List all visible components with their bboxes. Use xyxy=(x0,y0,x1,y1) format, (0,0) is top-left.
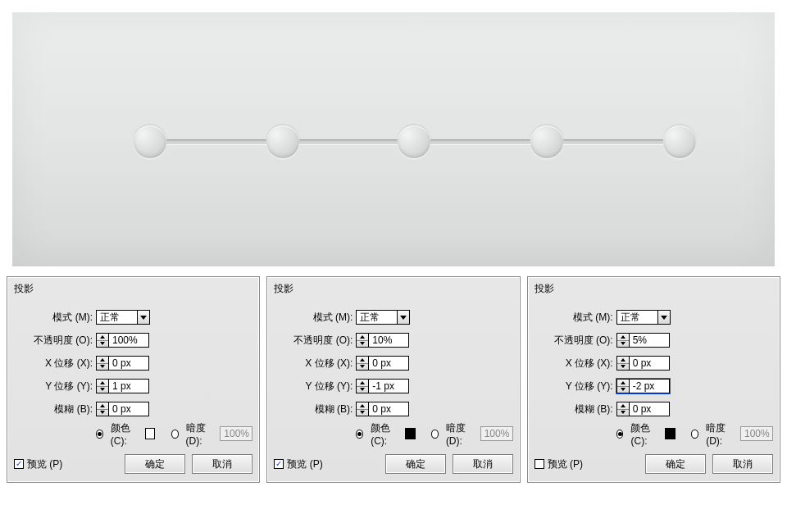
opacity-input[interactable]: 5% xyxy=(616,333,670,348)
chevron-up-icon xyxy=(621,381,626,384)
mode-select[interactable]: 正常 xyxy=(356,310,410,325)
drop-shadow-dialog: 投影 模式 (M): 正常 不透明度 (O): 100% xyxy=(7,276,260,483)
xoffset-stepper[interactable] xyxy=(357,357,369,370)
color-radio[interactable] xyxy=(96,430,103,439)
chevron-up-icon xyxy=(100,404,105,407)
xoffset-step-down[interactable] xyxy=(97,364,108,371)
yoffset-step-up[interactable] xyxy=(617,380,629,387)
xoffset-label: X 位移 (X): xyxy=(289,357,356,371)
mode-value: 正常 xyxy=(100,311,120,325)
blur-step-down[interactable] xyxy=(617,410,629,416)
blur-step-down[interactable] xyxy=(97,410,108,416)
blur-label: 模糊 (B): xyxy=(289,402,356,416)
blur-input[interactable]: 0 px xyxy=(96,402,149,416)
mode-select[interactable]: 正常 xyxy=(96,310,150,325)
shade-radio[interactable] xyxy=(431,430,439,439)
blur-step-up[interactable] xyxy=(357,402,368,410)
color-radio[interactable] xyxy=(616,430,624,439)
yoffset-stepper[interactable] xyxy=(357,380,369,393)
xoffset-input[interactable]: 0 px xyxy=(96,356,149,371)
yoffset-value: -2 px xyxy=(630,380,669,393)
color-swatch[interactable] xyxy=(405,428,416,439)
blur-stepper[interactable] xyxy=(617,402,630,416)
xoffset-step-down[interactable] xyxy=(617,364,629,371)
blur-input[interactable]: 0 px xyxy=(616,402,670,416)
yoffset-step-up[interactable] xyxy=(357,380,368,387)
xoffset-input[interactable]: 0 px xyxy=(616,356,670,371)
opacity-step-up[interactable] xyxy=(617,334,629,341)
mode-select-button[interactable] xyxy=(137,311,149,324)
ok-button[interactable]: 确定 xyxy=(385,454,446,474)
opacity-stepper[interactable] xyxy=(357,334,369,347)
yoffset-step-down[interactable] xyxy=(617,387,629,393)
color-swatch[interactable] xyxy=(665,428,676,439)
shade-radio[interactable] xyxy=(171,430,179,439)
opacity-step-down[interactable] xyxy=(617,341,629,348)
preview-panel xyxy=(12,0,775,266)
ok-button[interactable]: 确定 xyxy=(125,454,185,474)
yoffset-value: 1 px xyxy=(109,380,148,393)
xoffset-input[interactable]: 0 px xyxy=(356,356,409,371)
yoffset-input[interactable]: -1 px xyxy=(356,379,409,393)
opacity-stepper[interactable] xyxy=(97,334,109,347)
mode-value: 正常 xyxy=(621,311,640,325)
blur-value: 0 px xyxy=(109,402,148,416)
chevron-down-icon xyxy=(360,365,365,368)
yoffset-stepper[interactable] xyxy=(97,380,109,393)
xoffset-step-up[interactable] xyxy=(97,357,108,364)
opacity-step-up[interactable] xyxy=(97,334,108,341)
color-label: 颜色 (C): xyxy=(111,421,140,447)
blur-step-down[interactable] xyxy=(357,410,368,416)
mode-select-button[interactable] xyxy=(657,311,670,324)
color-swatch[interactable] xyxy=(145,428,156,439)
mode-select-button[interactable] xyxy=(397,311,409,324)
cancel-button[interactable]: 取消 xyxy=(712,454,773,474)
blur-input[interactable]: 0 px xyxy=(356,402,409,416)
mode-label: 模式 (M): xyxy=(289,311,356,325)
xoffset-step-up[interactable] xyxy=(617,357,629,364)
mode-label: 模式 (M): xyxy=(549,311,616,325)
chevron-up-icon xyxy=(621,404,626,407)
chevron-up-icon xyxy=(360,335,365,339)
opacity-step-down[interactable] xyxy=(97,341,108,348)
shade-radio[interactable] xyxy=(691,430,698,439)
xoffset-label: X 位移 (X): xyxy=(549,357,616,371)
blur-step-up[interactable] xyxy=(97,402,108,410)
yoffset-label: Y 位移 (Y): xyxy=(29,380,96,393)
preview-checkbox[interactable] xyxy=(535,459,544,469)
chevron-down-icon xyxy=(100,342,105,345)
cancel-button[interactable]: 取消 xyxy=(192,454,252,474)
dialog-title: 投影 xyxy=(14,282,252,296)
preview-checkbox[interactable] xyxy=(274,459,284,469)
chevron-down-icon xyxy=(100,365,105,368)
opacity-step-down[interactable] xyxy=(357,341,368,348)
preview-label: 预览 (P) xyxy=(287,457,322,471)
xoffset-stepper[interactable] xyxy=(617,357,630,370)
blur-stepper[interactable] xyxy=(357,402,369,416)
opacity-input[interactable]: 10% xyxy=(356,333,409,348)
blur-step-up[interactable] xyxy=(617,402,629,410)
progress-dot xyxy=(530,125,563,158)
blur-stepper[interactable] xyxy=(97,402,109,416)
opacity-stepper[interactable] xyxy=(617,334,630,347)
xoffset-stepper[interactable] xyxy=(97,357,109,370)
mode-select[interactable]: 正常 xyxy=(616,310,671,325)
ok-button[interactable]: 确定 xyxy=(645,454,706,474)
color-radio[interactable] xyxy=(356,430,363,439)
chevron-down-icon xyxy=(100,411,105,414)
yoffset-input[interactable]: 1 px xyxy=(96,379,149,393)
xoffset-step-down[interactable] xyxy=(357,364,368,371)
chevron-down-icon xyxy=(621,411,626,414)
preview-checkbox[interactable] xyxy=(14,459,24,469)
yoffset-stepper[interactable] xyxy=(617,380,630,393)
shade-label: 暗度 (D): xyxy=(706,421,735,447)
yoffset-step-down[interactable] xyxy=(357,387,368,393)
xoffset-step-up[interactable] xyxy=(357,357,368,364)
yoffset-input[interactable]: -2 px xyxy=(616,379,670,393)
cancel-button[interactable]: 取消 xyxy=(453,454,513,474)
yoffset-step-up[interactable] xyxy=(97,380,108,387)
opacity-step-up[interactable] xyxy=(357,334,368,341)
opacity-label: 不透明度 (O): xyxy=(549,334,616,348)
opacity-input[interactable]: 100% xyxy=(96,333,149,348)
yoffset-step-down[interactable] xyxy=(97,387,108,393)
